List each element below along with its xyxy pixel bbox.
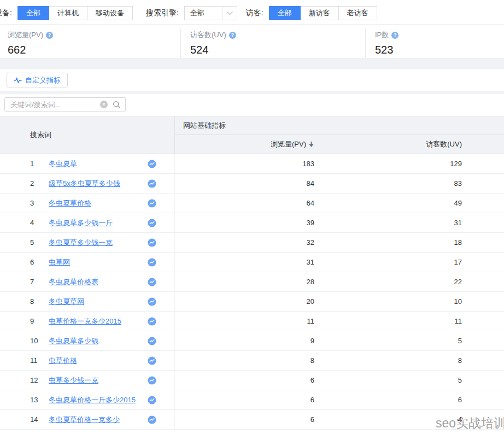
trend-chart-icon[interactable] [148, 376, 156, 385]
trend-chart-icon[interactable] [148, 199, 156, 208]
keyword-link[interactable]: 冬虫夏草 [49, 159, 77, 169]
stats-summary: 浏览量(PV) ? 662 访客数(UV) ? 524 IP数 ? 523 [0, 25, 504, 58]
column-header-uv: 访客数(UV) [314, 139, 462, 149]
device-filter-option[interactable]: 计算机 [49, 6, 87, 20]
section-gap [0, 58, 504, 69]
trend-chart-icon[interactable] [148, 415, 156, 424]
search-engine-selected-value: 全部 [185, 8, 222, 18]
clear-input-icon[interactable]: ✕ [100, 101, 108, 108]
table-row: 1 冬虫夏草 183 129 [0, 154, 504, 174]
search-engine-select[interactable]: 全部 [184, 6, 237, 20]
visitor-filter-group: 全部新访客老访客 [269, 6, 377, 20]
row-rank: 14 [30, 415, 49, 424]
row-uv-value: 83 [314, 179, 462, 187]
row-uv-value: 10 [314, 297, 462, 306]
filter-bar: 设备: 全部计算机移动设备 搜索引擎: 全部 访客: 全部新访客老访客 [0, 0, 504, 25]
keyword-link[interactable]: 虫草多少钱一克 [49, 376, 98, 385]
row-rank: 7 [30, 278, 49, 286]
table-row: 5 冬虫夏草多少钱一克 32 18 [0, 233, 504, 253]
row-uv-value: 8 [314, 356, 462, 365]
keyword-link[interactable]: 虫草价格 [49, 356, 77, 366]
column-header-keyword: 搜索词 [0, 116, 175, 154]
keyword-link[interactable]: 冬虫夏草价格一斤多少2015 [49, 395, 136, 405]
row-pv-value: 84 [175, 179, 314, 187]
visitor-filter-option[interactable]: 新访客 [301, 6, 339, 20]
keyword-link[interactable]: 虫草网 [49, 257, 70, 267]
table-row: 4 冬虫夏草多少钱一斤 39 31 [0, 213, 504, 233]
trend-chart-icon[interactable] [148, 317, 156, 326]
stat-uv-label: 访客数(UV) [190, 30, 226, 40]
stat-pv-value: 662 [8, 44, 180, 56]
trend-chart-icon[interactable] [148, 160, 156, 168]
column-header-pv-sortable[interactable]: 浏览量(PV) [175, 139, 314, 149]
keyword-link[interactable]: 冬虫夏草多少钱 [49, 336, 98, 346]
device-filter-option[interactable]: 全部 [17, 6, 49, 20]
table-body: 1 冬虫夏草 183 129 2 级草5x冬虫夏草多少钱 84 83 3 冬虫夏… [0, 154, 504, 430]
row-rank: 9 [30, 317, 49, 325]
row-uv-value: 18 [314, 238, 462, 247]
row-uv-value: 5 [314, 337, 462, 345]
trend-chart-icon[interactable] [148, 219, 156, 227]
row-pv-value: 32 [175, 238, 314, 247]
keyword-link[interactable]: 冬虫夏草价格表 [49, 277, 98, 287]
row-rank: 10 [30, 337, 49, 345]
keyword-link[interactable]: 冬虫夏草多少钱一克 [49, 238, 113, 248]
keyword-link[interactable]: 冬虫夏草网 [49, 297, 84, 307]
visitor-filter-label: 访客: [246, 8, 263, 18]
trend-chart-icon[interactable] [148, 179, 156, 188]
row-rank: 6 [30, 258, 49, 266]
row-pv-value: 64 [175, 199, 314, 207]
visitor-filter-option[interactable]: 老访客 [339, 6, 377, 20]
device-filter-option[interactable]: 移动设备 [87, 6, 133, 20]
table-row: 13 冬虫夏草价格一斤多少2015 6 6 [0, 390, 504, 410]
row-rank: 2 [30, 179, 49, 187]
row-pv-value: 39 [175, 219, 314, 227]
table-row: 6 虫草网 31 17 [0, 253, 504, 272]
trend-chart-icon[interactable] [148, 278, 156, 286]
stat-ip-value: 523 [375, 44, 504, 56]
row-rank: 12 [30, 376, 49, 384]
row-uv-value: 17 [314, 258, 462, 266]
keyword-link[interactable]: 虫草价格一克多少2015 [49, 316, 121, 326]
device-filter-label: 设备: [0, 8, 12, 18]
help-icon[interactable]: ? [391, 32, 398, 39]
row-pv-value: 6 [175, 415, 314, 424]
device-filter-group: 全部计算机移动设备 [17, 6, 133, 20]
table-row: 14 冬虫夏草价格一克多少 6 4 [0, 410, 504, 430]
trend-chart-icon[interactable] [148, 238, 156, 247]
table-row: 10 冬虫夏草多少钱 9 5 [0, 331, 504, 351]
row-uv-value: 31 [314, 219, 462, 227]
row-rank: 3 [30, 199, 49, 207]
keyword-search-area: ✕ [0, 94, 504, 116]
keyword-link[interactable]: 级草5x冬虫夏草多少钱 [49, 179, 120, 189]
help-icon[interactable]: ? [46, 32, 53, 39]
trend-chart-icon[interactable] [148, 297, 156, 306]
visitor-filter-option[interactable]: 全部 [269, 6, 301, 20]
trend-chart-icon[interactable] [148, 396, 156, 404]
keyword-search-input[interactable] [10, 101, 100, 109]
table-row: 9 虫草价格一克多少2015 11 11 [0, 312, 504, 331]
trend-chart-icon[interactable] [148, 337, 156, 345]
keywords-table: 搜索词 网站基础指标 浏览量(PV) 访客数(UV) 1 冬虫夏草 183 [0, 116, 504, 430]
keyword-search-box: ✕ [4, 97, 126, 112]
row-pv-value: 6 [175, 396, 314, 404]
customize-metrics-button[interactable]: 自定义指标 [7, 73, 68, 87]
trend-chart-icon[interactable] [148, 356, 156, 365]
help-icon[interactable]: ? [229, 32, 236, 39]
row-pv-value: 6 [175, 376, 314, 384]
search-icon[interactable] [113, 101, 121, 109]
keyword-link[interactable]: 冬虫夏草多少钱一斤 [49, 218, 113, 228]
pulse-icon [14, 77, 22, 84]
sort-desc-icon [308, 141, 314, 148]
keyword-link[interactable]: 冬虫夏草价格 [49, 198, 91, 208]
stat-ip-label: IP数 [375, 30, 389, 40]
trend-chart-icon[interactable] [148, 258, 156, 267]
stat-pv: 浏览量(PV) ? 662 [0, 29, 180, 58]
row-uv-value: 49 [314, 199, 462, 207]
column-group-header: 网站基础指标 [175, 116, 504, 135]
table-header: 搜索词 网站基础指标 浏览量(PV) 访客数(UV) [0, 116, 504, 154]
keyword-link[interactable]: 冬虫夏草价格一克多少 [49, 415, 120, 425]
stat-pv-label: 浏览量(PV) [8, 30, 43, 40]
stat-ip: IP数 ? 523 [365, 29, 504, 58]
row-pv-value: 9 [175, 337, 314, 345]
